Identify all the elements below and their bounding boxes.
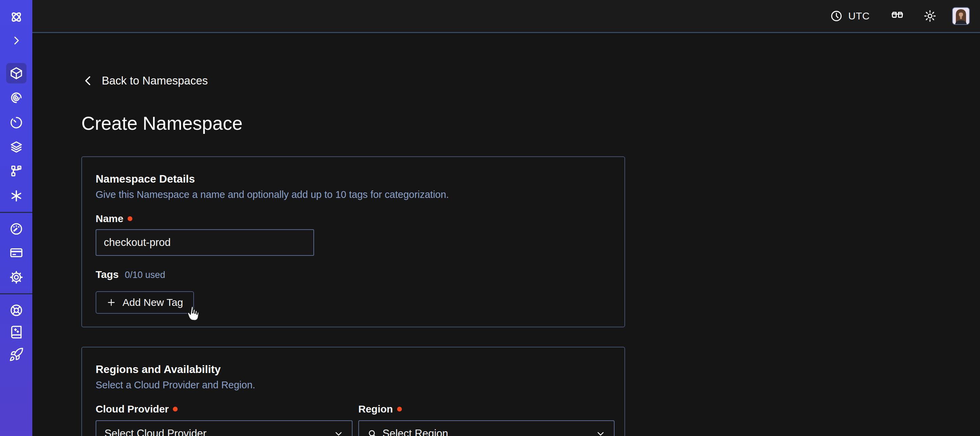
glasses-icon[interactable] [889, 8, 905, 24]
card-description: Give this Namespace a name and optionall… [95, 189, 449, 200]
sidebar-divider [0, 293, 32, 294]
required-dot [173, 407, 178, 412]
card-heading: Regions and Availability [95, 363, 221, 376]
topbar: UTC [32, 0, 980, 33]
rocket-icon [9, 347, 24, 362]
branch-icon [9, 164, 24, 179]
credit-card-icon [9, 245, 24, 260]
chevron-left-icon [82, 75, 94, 87]
card-heading: Namespace Details [95, 173, 195, 185]
chevron-down-icon [334, 428, 344, 436]
life-ring-icon [9, 303, 24, 318]
required-dot [397, 407, 402, 412]
name-field-label: Name [95, 213, 132, 224]
sidebar-item-asterisk[interactable] [9, 188, 24, 203]
cloud-provider-select[interactable]: Select Cloud Provider [95, 420, 353, 436]
namespace-name-input[interactable] [95, 229, 314, 256]
timezone-label: UTC [848, 10, 870, 22]
tags-label-row: Tags 0/10 used [95, 269, 165, 280]
sidebar-item-branch[interactable] [9, 164, 24, 179]
timezone-selector[interactable]: UTC [830, 9, 870, 23]
chevron-down-icon [595, 428, 606, 436]
cloud-provider-placeholder: Select Cloud Provider [105, 428, 207, 436]
required-dot [127, 216, 132, 221]
card-description: Select a Cloud Provider and Region. [95, 380, 255, 391]
layers-icon [9, 140, 24, 155]
region-placeholder: Select Region [382, 428, 448, 436]
main-content: Back to Namespaces Create Namespace Name… [32, 34, 980, 436]
sidebar [0, 0, 32, 436]
back-to-namespaces-link[interactable]: Back to Namespaces [82, 74, 208, 87]
user-avatar[interactable] [952, 7, 970, 25]
region-select[interactable]: Select Region [358, 420, 614, 436]
book-sparkles-icon [9, 324, 24, 340]
page-title: Create Namespace [81, 112, 243, 134]
cloud-provider-label: Cloud Provider [95, 403, 178, 415]
sun-icon[interactable] [923, 9, 937, 23]
sidebar-item-timer[interactable] [9, 115, 24, 130]
gear-icon [9, 270, 24, 285]
timer-icon [9, 115, 24, 130]
sidebar-item-billing[interactable] [9, 245, 24, 260]
asterisk-icon [9, 188, 24, 203]
plus-icon [107, 298, 116, 307]
sidebar-item-settings[interactable] [9, 270, 24, 285]
tags-usage-counter: 0/10 used [125, 270, 165, 280]
tags-label: Tags [95, 269, 119, 280]
add-new-tag-label: Add New Tag [123, 297, 183, 308]
gauge-icon [9, 221, 24, 236]
back-link-label: Back to Namespaces [102, 74, 208, 87]
sidebar-item-gauge[interactable] [9, 221, 24, 236]
temporal-logo-icon [8, 9, 24, 25]
cube-icon [9, 66, 24, 81]
sidebar-divider [0, 212, 32, 213]
sidebar-item-support[interactable] [9, 303, 24, 318]
spiral-icon [9, 90, 24, 105]
sidebar-item-cube-active[interactable] [6, 63, 27, 83]
regions-availability-card: Regions and Availability Select a Cloud … [81, 347, 625, 436]
region-label: Region [358, 403, 402, 415]
clock-icon [830, 9, 843, 23]
chevron-right-icon[interactable] [11, 35, 22, 46]
namespace-details-card: Namespace Details Give this Namespace a … [81, 157, 625, 327]
sidebar-item-spiral[interactable] [9, 90, 24, 105]
sidebar-item-layers[interactable] [9, 140, 24, 155]
sidebar-item-docs[interactable] [9, 324, 24, 340]
search-icon [367, 428, 377, 436]
sidebar-item-getting-started[interactable] [9, 347, 24, 362]
add-new-tag-button[interactable]: Add New Tag [95, 291, 194, 314]
